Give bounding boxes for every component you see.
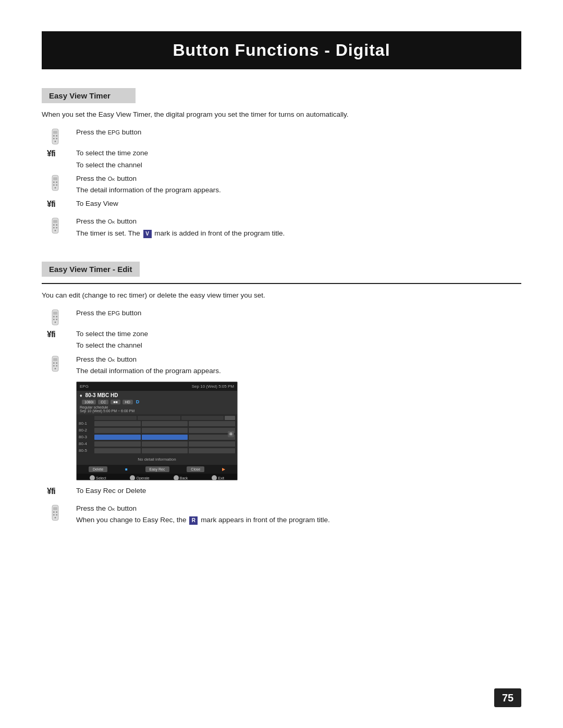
epg-header: EPG Sep 10 (Wed) 5:05 PM [77, 382, 237, 391]
svg-point-34 [55, 368, 56, 369]
epg-nav-operate: Operate [130, 475, 149, 480]
yenfi-icon: ¥fi [47, 486, 72, 496]
svg-rect-15 [53, 220, 57, 223]
epg-channel-name: 80-3 MBC HD [85, 392, 118, 398]
epg-grid-cell [94, 441, 141, 447]
svg-point-41 [55, 517, 56, 519]
svg-rect-1 [53, 131, 57, 134]
epg-nav-operate-icon [130, 475, 135, 480]
svg-rect-22 [53, 312, 57, 314]
section2-steps: Press the EPG button ¥fi To select the t… [47, 308, 521, 526]
epg-grid-row: 80-1 [79, 421, 235, 426]
epg-no-detail: No detail information [77, 455, 237, 464]
yenfi-icon: ¥fi [47, 148, 72, 158]
epg-header-right: Sep 10 (Wed) 5:05 PM [192, 384, 234, 389]
section-easy-view-timer-edit: Easy View Timer - Edit You can edit (cha… [42, 262, 521, 526]
epg-grid-cell [189, 441, 235, 447]
svg-rect-8 [53, 177, 57, 180]
epg-grid-cell [94, 448, 141, 453]
svg-point-5 [56, 138, 57, 140]
epg-grid-cell [142, 448, 188, 453]
section2-intro: You can edit (change to rec timer) or de… [42, 290, 521, 301]
svg-point-27 [55, 322, 56, 323]
epg-nav-select: Select [90, 475, 106, 480]
svg-point-38 [56, 511, 57, 513]
svg-rect-36 [53, 507, 57, 510]
yenfi-icon: ¥fi [47, 329, 72, 339]
remote-icon [47, 127, 72, 145]
epg-screenshot-item: EPG Sep 10 (Wed) 5:05 PM ♦ 80-3 MBC HD 1… [47, 381, 521, 480]
epg-grid-cell [142, 441, 188, 447]
svg-point-37 [53, 511, 55, 513]
step-row: ¥fi To select the time zone To select th… [47, 329, 521, 351]
svg-point-26 [56, 319, 57, 320]
step-text: To select the time zone To select the ch… [76, 148, 521, 170]
svg-point-2 [53, 135, 55, 137]
step-text: To select the time zone To select the ch… [76, 329, 521, 351]
epg-grid-row: 80-4 [79, 441, 235, 447]
svg-point-31 [56, 362, 57, 364]
remote-icon [47, 216, 72, 234]
epg-close-btn[interactable]: Close [187, 466, 204, 472]
epg-grid-cell [189, 448, 235, 453]
epg-bottom-buttons: Delete ■ Easy Rec Close ▶ [77, 465, 237, 474]
epg-nav-row: Select Operate Back Exit [77, 474, 237, 480]
svg-point-18 [53, 227, 55, 229]
epg-grid-cell [94, 421, 141, 426]
svg-point-11 [53, 184, 55, 186]
epg-schedule-type: Regular schedule [80, 405, 234, 409]
svg-point-23 [53, 316, 55, 317]
svg-point-3 [56, 135, 57, 137]
step-row: Press the EPG button [47, 127, 521, 145]
epg-1080i-badge: 1080i [82, 400, 96, 404]
svg-point-19 [56, 227, 57, 229]
section2-header: Easy View Timer - Edit [42, 262, 140, 277]
remote-icon [47, 503, 72, 521]
svg-point-6 [55, 141, 56, 142]
remote-icon [47, 174, 72, 191]
epg-row-label: 80-4 [79, 441, 93, 447]
epg-nav-exit: Exit [212, 475, 224, 480]
svg-point-13 [55, 187, 56, 189]
epg-nav-back-icon [174, 475, 179, 480]
page-number: 75 [494, 688, 521, 707]
remote-icon [47, 354, 72, 372]
section1-intro: When you set the Easy View Timer, the di… [42, 109, 521, 120]
epg-grid-cell [142, 428, 188, 433]
page-title: Button Functions - Digital [42, 31, 521, 69]
step-row: ¥fi To select the time zone To select th… [47, 148, 521, 170]
epg-grid-cell [94, 428, 141, 433]
svg-point-17 [56, 225, 57, 226]
v-mark: V [143, 230, 152, 238]
svg-point-25 [53, 319, 55, 320]
epg-grid-cell-selected [142, 435, 188, 440]
epg-easyrec-btn[interactable]: Easy Rec [145, 466, 169, 472]
svg-point-4 [53, 138, 55, 140]
svg-point-32 [53, 365, 55, 366]
epg-row-label: 80-3 [79, 435, 93, 440]
svg-point-30 [53, 362, 55, 364]
step-text: Press the Ok button The detail informati… [76, 174, 521, 196]
epg-grid-cell [189, 421, 235, 426]
section-divider [42, 283, 521, 284]
epg-d-indicator: D [136, 399, 140, 404]
epg-screenshot: EPG Sep 10 (Wed) 5:05 PM ♦ 80-3 MBC HD 1… [76, 381, 238, 480]
epg-row-label: 80-1 [79, 421, 93, 426]
section1-header: Easy View Timer [42, 88, 136, 103]
step-text: Press the Ok button The timer is set. Th… [76, 216, 521, 239]
epg-cc-badge: CC [98, 400, 108, 404]
epg-buttons-row: 1080i CC ■■ HD D [80, 398, 234, 405]
remote-icon [47, 308, 72, 326]
svg-point-39 [53, 514, 55, 516]
step-text: Press the EPG button [76, 127, 521, 138]
svg-point-10 [56, 181, 57, 183]
svg-point-33 [56, 365, 57, 366]
step-row: ¥fi To Easy View [47, 199, 521, 213]
epg-grid-row: 80-5 [79, 448, 235, 453]
svg-rect-29 [53, 358, 57, 361]
step-row: Press the EPG button [47, 308, 521, 326]
step-text: Press the Ok button When you change to E… [76, 503, 521, 526]
epg-header-left: EPG [80, 384, 89, 389]
step-row: ¥fi To Easy Rec or Delete [47, 486, 521, 500]
epg-delete-btn[interactable]: Delete [89, 466, 107, 472]
